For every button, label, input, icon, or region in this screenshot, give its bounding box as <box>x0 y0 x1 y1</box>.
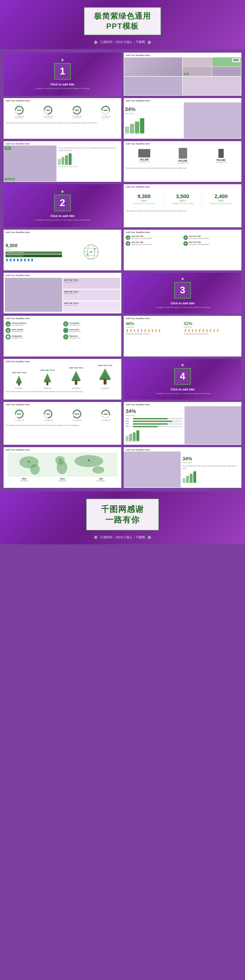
header-meta: 汇报时间：2019 汇报人：千图网 <box>92 40 153 44</box>
bar-4 <box>140 118 144 133</box>
bar-2 <box>130 124 134 133</box>
svg-text:92%: 92% <box>75 413 79 415</box>
big-stat-1-num: 9,300 <box>126 193 162 200</box>
slide-17-headline: Add Your Headline Here <box>3 402 121 406</box>
slide-20: Add Your Headline Here 34% From 2014 The… <box>124 447 242 488</box>
icon-list-grid: ☁ Add The Title description text placeho… <box>124 234 242 247</box>
slide-8-headline: Add Your Headline Here <box>124 184 242 189</box>
slide-1: 1 Click to add title Thought for custome… <box>3 52 121 96</box>
big-stat-2: 3,500 Million description text here for … <box>164 192 202 205</box>
device-1: ₾81,680 description text <box>138 149 150 163</box>
img-col-2-stack: ADD THE TITLE description text here ADD … <box>63 278 120 312</box>
slide-12: 3 Click to add title Thought for custome… <box>124 273 242 313</box>
tree-svg-3 <box>70 370 83 387</box>
slide-12-content: 3 Click to add title Thought for custome… <box>124 273 242 313</box>
slide-5: Add Your Headline Here 34% From 2014 Thi… <box>3 141 121 182</box>
icon-grid-6: ⏱ Rigorous description text <box>63 334 119 339</box>
footer-section: 千图网感谢 一路有你 汇报时间：2019 汇报人：千图网 <box>0 492 245 544</box>
donut-2: 76% +17,398,123 returns safely <box>43 105 53 119</box>
tree-1: ADD THE TITLE description <box>12 372 26 389</box>
icon-3: ◆ <box>126 241 130 246</box>
dark-icon: ◆ <box>5 328 11 333</box>
svg-point-54 <box>59 459 61 461</box>
pct-2: 52% <box>184 321 240 326</box>
slide-18-headline: Add Your Headline Here <box>124 402 242 406</box>
svg-text:54%: 54% <box>103 109 108 111</box>
people-infographic: 48% From 2014 🧍 🧍 🧍 🧍 🧍 🧍 🧍 🧍 🧍 🧍 descri… <box>124 320 242 336</box>
svg-point-55 <box>88 460 89 461</box>
team-icon: 👥 <box>63 328 68 333</box>
donut-chart-1: 82% <box>14 105 25 116</box>
slide-18-image <box>185 406 242 444</box>
slide-3-headline: Add Your Headline Here <box>3 98 121 102</box>
click-title-7[interactable]: Click to add title <box>51 214 75 218</box>
donut-4: 54% +17,398,123 final returns <box>100 105 111 119</box>
svg-point-48 <box>30 464 40 475</box>
stat-badge-34: 34% <box>184 73 189 75</box>
slide-6-desc: This example contains some instructional… <box>124 166 242 170</box>
slide-7-content: 2 Click to add title Thought for custome… <box>3 184 121 227</box>
slide-13-headline: Add Your Headline Here <box>3 316 121 320</box>
phone-icon <box>218 149 224 158</box>
svg-text:54%: 54% <box>103 413 108 415</box>
tree-svg-2 <box>42 372 53 387</box>
icon-grid-3: ◆ Dark reliable description text <box>5 328 62 333</box>
slide-18-content: 34% From 2014 70% 80% 70% <box>124 406 242 444</box>
donut-1: 82% +17,398,123 striling returns <box>14 105 25 119</box>
bar-1 <box>125 127 129 133</box>
tree-4: ADD THE TITLE description <box>97 364 113 389</box>
slide-6: Add Your Headline Here ₾81,680 descripti… <box>124 141 242 182</box>
slide-5-image: 34% From 2014 <box>3 145 56 181</box>
header-title-box: 极简紫绿色通用 PPT模板 <box>84 7 161 35</box>
bar-3 <box>135 121 139 133</box>
svg-text:82%: 82% <box>17 109 21 111</box>
mini-bar-chart-18 <box>126 430 183 441</box>
big-stat-3: 2,400 Million description text here for … <box>202 192 240 205</box>
icon-item-2: ⚙ Add The Title description text placeho… <box>183 235 240 240</box>
mini-diamond-12 <box>181 278 184 280</box>
click-title-12[interactable]: Click to add title <box>170 301 194 305</box>
header-title-line2: PPT模板 <box>94 21 151 31</box>
from-badge-5: From 2014 <box>5 178 15 180</box>
slide-4-content: 34% From 2014 2011 2012 2013 2014 <box>124 102 242 138</box>
donut-chart-4: 54% <box>100 105 111 116</box>
click-title-16[interactable]: Click to add title <box>170 388 194 391</box>
photo-grid: 59% 34% <box>124 57 241 95</box>
monitor-icon <box>138 149 150 158</box>
prog-bars: 70% 80% 70% 50% <box>126 418 183 428</box>
donut-2-1: 82% +17,398,123 <box>14 409 25 421</box>
slide-15-headline: Add Your Headline Here <box>3 359 121 363</box>
section-number: 1 <box>60 66 65 76</box>
coord-icon: ⚙ <box>63 321 68 326</box>
click-title[interactable]: Click to add title <box>51 83 75 86</box>
svg-point-53 <box>28 461 30 463</box>
slide-4-image <box>184 102 242 138</box>
click-subtitle-12: Thought for customer service " is the sa… <box>155 306 210 309</box>
slide-4-text: 34% From 2014 2011 2012 2013 2014 <box>124 102 184 138</box>
photo-cell-2: 59% 34% <box>183 57 241 76</box>
stat-badge-59: 59% <box>232 58 240 62</box>
slide-20-content: 34% From 2014 The presented text here is… <box>124 452 242 487</box>
slide-5-headline: Add Your Headline Here <box>3 141 121 145</box>
slide-16: 4 Click to add title Thought for custome… <box>124 359 242 399</box>
device-row: ₾81,680 description text ₾81,680 descrip… <box>124 145 242 166</box>
svg-rect-27 <box>46 382 48 385</box>
people-icons-2: 🧍 🧍 🧍 🧍 🧍 🧍 🧍 🧍 🧍 🧍 <box>184 329 240 332</box>
rigorous-icon: ⏱ <box>63 334 68 339</box>
svg-text:82%: 82% <box>17 413 21 415</box>
photo-cell-1 <box>124 57 182 76</box>
footer-title-line1: 千图网感谢 <box>101 504 144 514</box>
icon-grid-2: ⚙ Coordinate description text <box>63 321 119 326</box>
slide-11-cols: ADD THE TITLE description text here ADD … <box>3 277 121 312</box>
from-label: From 2014 <box>125 113 183 115</box>
slide-8: Add Your Headline Here 9,300 Million des… <box>124 184 242 227</box>
number-box-16: 4 <box>174 368 191 385</box>
icon-grid: ☁ Cloud solutions description text ⚙ Coo… <box>3 320 121 341</box>
tree-row: ADD THE TITLE description ADD THE TITLE … <box>3 363 121 390</box>
people-icons-1: 🧍 🧍 🧍 🧍 🧍 🧍 🧍 🧍 🧍 🧍 <box>126 329 181 332</box>
icon-item-3: ◆ Add The Title description text placeho… <box>126 241 182 246</box>
big-stat-3-num: 2,400 <box>203 193 239 200</box>
slide-5-content: 34% From 2014 This is a placeholder text… <box>3 145 121 181</box>
section-number-7: 2 <box>60 197 65 208</box>
people-col-2: 52% From 2014 🧍 🧍 🧍 🧍 🧍 🧍 🧍 🧍 🧍 🧍 descri… <box>184 321 240 335</box>
